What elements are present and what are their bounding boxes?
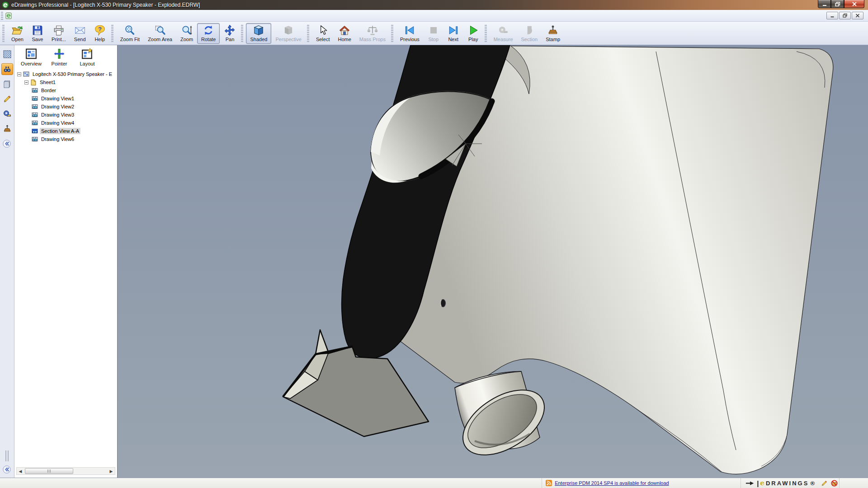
mdi-restore-button[interactable] (839, 12, 851, 19)
tree-item-icon (30, 79, 37, 85)
toolbar-group-grip[interactable] (307, 25, 309, 42)
toolbar-button[interactable]: Perspective (271, 23, 305, 44)
toolbar-group-grip[interactable] (2, 25, 5, 42)
side-tool-button[interactable] (1, 93, 13, 105)
panel-header-button[interactable]: Layout (73, 48, 101, 66)
toolbar-button[interactable]: Rotate (197, 23, 220, 44)
tree-expander-icon[interactable] (24, 80, 28, 84)
close-button[interactable] (844, 0, 864, 8)
toolbar-button-label: Print... (52, 37, 66, 42)
toolbar-button[interactable]: Shaded (246, 23, 271, 44)
status-end-cell (839, 478, 868, 488)
scroll-left-arrow[interactable]: ◀ (17, 468, 24, 474)
toolbar-button[interactable]: Zoom Fit (116, 23, 144, 44)
side-tool-button[interactable] (1, 48, 13, 60)
toolbar-button[interactable]: Measure (490, 23, 517, 44)
toolbar-button[interactable]: Print... (47, 23, 70, 44)
toolbar-button[interactable]: Zoom (176, 23, 197, 44)
side-tool-button[interactable] (1, 108, 13, 120)
tree-expander-icon[interactable] (17, 72, 21, 76)
tree-item[interactable]: Drawing View2 (14, 103, 117, 111)
toolbar-button-label: Shaded (250, 37, 267, 42)
collapse-panel-button-bottom[interactable] (2, 465, 12, 475)
status-bar: Enterprise PDM 2014 SP4 is available for… (0, 478, 868, 488)
window-title: eDrawings Professional - [Logitech X-530… (11, 2, 200, 8)
toolbar-button[interactable]: Open (7, 23, 28, 44)
panel-header-button[interactable]: Overview (17, 48, 45, 66)
scroll-right-arrow[interactable]: ▶ (108, 468, 115, 474)
toolbar-button-label: Zoom (180, 37, 193, 42)
mdi-minimize-button[interactable] (826, 12, 838, 19)
menu-item[interactable] (51, 14, 60, 18)
menu-item[interactable] (15, 14, 24, 18)
toolbar-group-grip[interactable] (391, 25, 393, 42)
toolbar-button-label: Rotate (201, 37, 216, 42)
brand-text: DRAWINGS (766, 480, 809, 487)
toolbar-button[interactable]: Send (70, 23, 90, 44)
side-tool-icon (3, 80, 12, 89)
toolbar-button[interactable]: Home (334, 23, 355, 44)
update-notification-cell: Enterprise PDM 2014 SP4 is available for… (542, 478, 741, 488)
tree-item-label: Sheet1 (38, 79, 57, 85)
menu-item[interactable] (24, 14, 33, 18)
toolbar-button[interactable]: Save (28, 23, 47, 44)
status-empty-cell (0, 478, 542, 488)
scrollbar-track[interactable] (24, 468, 108, 474)
toolbar-button[interactable]: Select (312, 23, 334, 44)
tree-item[interactable]: Section View A-A (14, 127, 117, 135)
toolbar-button[interactable]: Next (443, 23, 463, 44)
3d-viewport[interactable] (118, 45, 868, 478)
toolbar-button[interactable]: Pan (220, 23, 240, 44)
markup-pencil-button[interactable] (819, 478, 829, 488)
toolbar-group-grip[interactable] (485, 25, 487, 42)
toolbar-group-grip[interactable] (241, 25, 243, 42)
speaker-3d-render[interactable] (118, 45, 868, 478)
tree-item[interactable]: Border (14, 86, 117, 94)
toolbar-button[interactable]: Stamp (542, 23, 564, 44)
tree-item[interactable]: Drawing View6 (14, 135, 117, 143)
toolbar-button[interactable]: Zoom Area (144, 23, 176, 44)
tree-item-label: Border (40, 87, 57, 94)
menu-item[interactable] (42, 14, 51, 18)
collapse-panel-button[interactable] (2, 139, 12, 149)
panel-horizontal-scrollbar[interactable]: ◀ ▶ (16, 467, 115, 475)
tree-item-icon (32, 136, 38, 142)
side-tool-button[interactable] (1, 63, 13, 75)
toolbar-button[interactable]: Previous (396, 23, 424, 44)
scrollbar-thumb[interactable] (25, 468, 73, 474)
toolbar-button-icon (428, 24, 439, 36)
side-tool-button[interactable] (1, 123, 13, 135)
toolbar-button-icon (181, 24, 193, 36)
restore-button[interactable] (831, 0, 844, 8)
toolbar-button[interactable]: Play (463, 23, 483, 44)
tree-item[interactable]: Sheet1 (14, 78, 117, 86)
menubar-grip[interactable] (1, 12, 3, 20)
mdi-close-button[interactable] (852, 12, 863, 19)
toolbar-button[interactable]: Section (517, 23, 542, 44)
tree-item[interactable]: Drawing View4 (14, 119, 117, 127)
side-tool-icon (3, 94, 12, 103)
toolbar-button-label: Perspective (275, 37, 301, 42)
toolbar-button[interactable]: ? Help (90, 23, 110, 44)
toolbar-button[interactable]: Mass Props (355, 23, 390, 44)
toolbar-button-label: Save (32, 37, 43, 42)
tree-item[interactable]: Drawing View3 (14, 111, 117, 119)
toolbar-button-label: Zoom Fit (120, 37, 140, 42)
toolbar-button-icon (53, 24, 65, 36)
markup-blocked-indicator (829, 478, 839, 488)
edrawings-app-icon (2, 1, 9, 9)
update-download-link[interactable]: Enterprise PDM 2014 SP4 is available for… (555, 480, 669, 486)
strip-drag-grip[interactable] (5, 450, 9, 461)
menu-item[interactable] (33, 14, 42, 18)
toolbar-button-icon: ? (94, 24, 106, 36)
tree-item[interactable]: Drawing View1 (14, 94, 117, 103)
main-area: Overview Pointer Layout Logitech X-530 P… (0, 45, 868, 478)
toolbar-button[interactable]: Stop (424, 23, 443, 44)
tree-item[interactable]: Logitech X-530 Primary Speaker - E (14, 70, 117, 78)
toolbar-group-grip[interactable] (111, 25, 113, 42)
toolbar-button-icon (154, 24, 166, 36)
panel-header-button[interactable]: Pointer (45, 48, 73, 66)
minimize-button[interactable] (818, 0, 831, 8)
side-tool-button[interactable] (1, 78, 13, 90)
edrawings-brand-logo: | e DRAWINGS ® (741, 479, 819, 487)
